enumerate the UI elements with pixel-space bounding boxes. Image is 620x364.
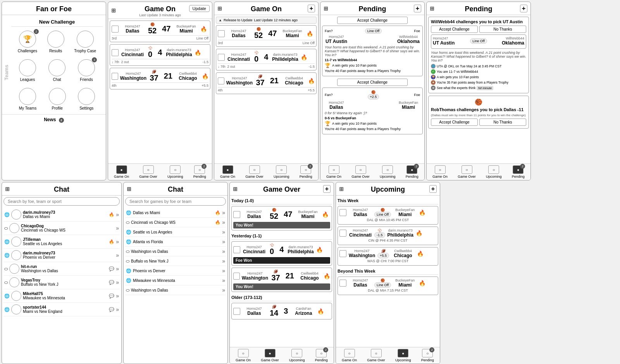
footer-upcoming[interactable]: ● Upcoming — [395, 349, 411, 362]
chat-list-item[interactable]: 🌐 sportster144 Miami vs New England 💬 » — [3, 303, 120, 316]
pending-icon: ○2 — [316, 349, 327, 357]
footer-upcoming[interactable]: ○ Upcoming — [486, 165, 502, 179]
footer-gameover[interactable]: ○ Game Over — [139, 165, 157, 179]
footer-pending[interactable]: ●2 Pending — [512, 165, 525, 179]
footer-gameon[interactable]: ○ Game On — [326, 165, 341, 179]
footer-gameover[interactable]: ● Game Over — [261, 349, 279, 362]
footer-gameon[interactable]: ○ Game On — [236, 349, 251, 362]
fan-checkbox[interactable] — [112, 26, 119, 33]
fan-checkbox[interactable] — [112, 49, 119, 56]
trophy-case-item[interactable]: Trophy Case — [74, 31, 96, 53]
chat-list-item[interactable]: ⬭ Washington vs Dallas » — [125, 285, 226, 295]
footer-pending[interactable]: ●2 Pending — [406, 165, 418, 179]
fan-checkbox[interactable] — [339, 230, 346, 237]
chat-list-item[interactable]: ⬭ ChicagoDog Cincinnati vs Chicago WS » — [3, 221, 120, 235]
footer-gameover[interactable]: ○ Game Over — [245, 165, 264, 179]
avatar — [9, 223, 19, 233]
chat-list-item[interactable]: 🌐 Atlanta vs Florida » — [125, 237, 226, 247]
footer-pending[interactable]: ○2 Pending — [315, 349, 328, 362]
chat-label: Chat — [53, 77, 61, 82]
chat-list-item[interactable]: 🌐 darin.mulroney73 Dallas vs Miami 🔥 » — [3, 208, 120, 221]
fan-checkbox[interactable] — [233, 246, 240, 253]
accept-challenge-button[interactable]: Accept Challenge — [431, 26, 478, 33]
plus-button[interactable]: + — [308, 5, 315, 12]
chat2-search[interactable] — [125, 197, 226, 206]
leagues-item[interactable]: Leagues — [19, 59, 36, 82]
chat-list-item[interactable]: 🌐 Milwaukee vs Minnesota » — [125, 276, 226, 285]
footer-gameover[interactable]: ○ Game Over — [458, 165, 476, 179]
fan-checkbox[interactable] — [233, 273, 240, 280]
fanfoe-row3: My Teams Profile Settings — [11, 84, 103, 113]
game-status: 3rdLine Off — [218, 40, 315, 45]
foe-team: CardsFan Arizona — [292, 307, 315, 316]
info-row5: 👁 See what the experts think fof minute — [431, 85, 526, 91]
chat-username: MikeHall75 — [23, 292, 107, 296]
footer-pending[interactable]: ○2 Pending — [300, 165, 312, 179]
footer-pending[interactable]: ○2 Pending — [193, 165, 206, 179]
chevron-right-icon: » — [116, 252, 119, 258]
fan-checkbox[interactable] — [218, 77, 224, 84]
results-item[interactable]: Results — [47, 31, 64, 53]
chat-list-item[interactable]: ⬭ Buffalo vs New York J » — [125, 256, 226, 266]
fan-checkbox[interactable] — [233, 211, 240, 218]
action-buttons2: Accept Challenge No Thanks — [431, 118, 526, 126]
pending1-footer: ○ Game On ○ Game Over ○ Upcoming ●2 Pend… — [320, 163, 424, 180]
footer-upcoming[interactable]: ○ Upcoming — [289, 349, 305, 362]
footer-upcoming[interactable]: ○ Upcoming — [167, 165, 183, 179]
game-card: Horns247 Washington 🏈 37 21 Cwillwebb4 C… — [231, 268, 332, 292]
challenges-item[interactable]: 🏆 Challenges 2 — [18, 31, 37, 53]
profile-item[interactable]: Profile — [49, 88, 66, 110]
chat-list-item[interactable]: ⬭ Cincinnati vs Chicago WS 🔥 » — [125, 218, 226, 227]
chat-list-item[interactable]: ⬭ Washington vs Dallas » — [125, 247, 226, 256]
friends-item[interactable]: Friends 3 — [78, 59, 95, 82]
fan-checkbox[interactable] — [218, 30, 225, 37]
chat1-search[interactable] — [3, 197, 120, 206]
plus-button[interactable]: + — [520, 5, 527, 12]
footer-gameon[interactable]: ○ Game On — [342, 349, 357, 362]
footer-gameon[interactable]: ○ Game On — [432, 165, 448, 179]
game-teams: Horns247 Dallas 🏀 52 47 BuckeyeFan Miami… — [112, 22, 208, 35]
chat-list-item[interactable]: 🌐 MikeHall75 Milwaukee vs Minnesota 💬 » — [3, 289, 120, 303]
fan-checkbox[interactable] — [339, 209, 346, 216]
chat-list-item[interactable]: ⬭ VegasTroy Buffalo vs New York J 💬 » — [3, 276, 120, 289]
footer-upcoming[interactable]: ○ Upcoming — [274, 165, 289, 179]
fire-icon: 🔥 — [307, 31, 313, 37]
footer-gameon[interactable]: ● Game On — [220, 165, 235, 179]
myteams-item[interactable]: My Teams — [19, 88, 36, 110]
chat-list-item[interactable]: ⬭ hit-n-run Washington vs Dallas 💬 » — [3, 262, 120, 276]
accept-challenge-button2[interactable]: Accept Challenge — [431, 118, 478, 126]
leagues-label: Leagues — [20, 77, 35, 82]
no-thanks-button2[interactable]: No Thanks — [479, 118, 526, 126]
plus-button[interactable]: + — [323, 185, 331, 193]
accept-challenge-button[interactable]: Accept Challenge — [337, 17, 408, 24]
plus-button[interactable]: + — [429, 185, 437, 193]
chat-list-item[interactable]: 🌐 Dallas vs Miami 🔥 » — [125, 208, 226, 218]
fan-checkbox[interactable] — [339, 280, 346, 287]
foe-team: BuckeyeFan Miami — [397, 101, 420, 110]
chat-list-item[interactable]: 🌐 darin.mulroney73 Phoenix vs Denver » — [3, 249, 120, 262]
fan-checkbox[interactable] — [112, 73, 118, 80]
settings-item[interactable]: Settings — [78, 88, 95, 110]
game-teams: Horns247 Dallas 🏀 Line Off BuckeyeFan Mi… — [339, 208, 436, 217]
plus-button[interactable]: + — [414, 5, 421, 12]
chat-item-nav[interactable]: Chat — [48, 59, 65, 82]
no-thanks-button[interactable]: No Thanks — [479, 26, 526, 33]
chat-list-item[interactable]: 🌐 Phoenix vs Denver » — [125, 266, 226, 276]
game-card: Horns247 Washington 🏈 37 21 Cwillwebb4 C… — [110, 68, 210, 89]
fan-checkbox[interactable] — [233, 308, 240, 315]
update-button[interactable]: Update — [189, 5, 210, 12]
game-status: ↓ 7th 2 out-1.5 — [218, 64, 315, 69]
chat-list-item[interactable]: 🌐 Seattle vs Los Angeles » — [125, 227, 226, 237]
accept-challenge-button2[interactable]: Accept Challenge — [337, 79, 408, 86]
footer-gameover[interactable]: ○ Game Over — [351, 165, 370, 179]
chat-list-item[interactable]: 🌐 JTilleman Seattle vs Los Angeles 🔥 » — [3, 235, 120, 249]
footer-pending[interactable]: ○2 Pending — [421, 349, 434, 362]
fan-checkbox[interactable] — [218, 54, 225, 61]
chat1-body: 🌐 darin.mulroney73 Dallas vs Miami 🔥 » ⬭… — [2, 196, 121, 364]
fan-checkbox[interactable] — [339, 250, 346, 257]
footer-gameover[interactable]: ○ Game Over — [367, 349, 385, 362]
footer-upcoming[interactable]: ○ Upcoming — [380, 165, 396, 179]
footer-gameon[interactable]: ● Game On — [114, 165, 129, 179]
fof-minute-tag[interactable]: fof minute — [477, 86, 493, 90]
challenge-msg: Your horns are toast this weekend. A 21 … — [431, 51, 526, 62]
